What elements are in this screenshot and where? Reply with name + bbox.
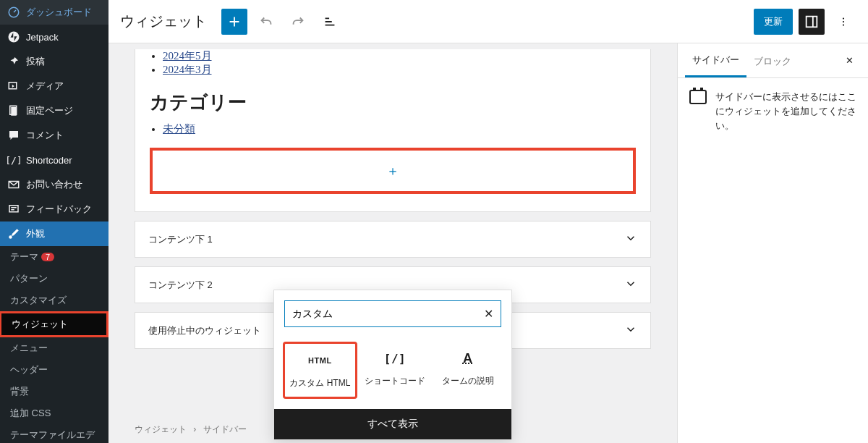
sidebar-sub-background[interactable]: 背景 xyxy=(0,381,109,402)
sidebar-sub-customize[interactable]: カスタマイズ xyxy=(0,290,109,311)
widget-area-icon xyxy=(689,90,707,104)
svg-point-1 xyxy=(9,32,20,43)
topbar: ウィジェット 更新 xyxy=(109,0,868,43)
editor-canvas: 2024年5月 2024年3月 カテゴリー 未分類 ＋ コンテンツ下 1 xyxy=(109,43,677,443)
chevron-down-icon xyxy=(624,232,637,247)
sidebar-sub-themes[interactable]: テーマ7 xyxy=(0,246,109,268)
comment-icon xyxy=(7,129,20,142)
sidebar-label: メディア xyxy=(26,80,64,93)
plus-icon: ＋ xyxy=(386,162,399,180)
sidebar-label: 固定ページ xyxy=(26,104,73,117)
options-menu-button[interactable] xyxy=(830,15,856,28)
sidebar-item-media[interactable]: メディア xyxy=(0,74,109,98)
sidebar-item-feedback[interactable]: フィードバック xyxy=(0,197,109,222)
shortcode-icon: [/] xyxy=(384,349,406,368)
mail-icon xyxy=(7,178,20,191)
sidebar-label: フィードバック xyxy=(26,203,92,216)
sidebar-sub-theme-editor[interactable]: テーマファイルエディ xyxy=(0,424,109,443)
sidebar-sub-menus[interactable]: メニュー xyxy=(0,337,109,359)
block-label: カスタム HTML xyxy=(289,377,350,389)
sidebar-label: 投稿 xyxy=(26,55,45,68)
chevron-down-icon xyxy=(624,277,637,292)
sidebar-item-pages[interactable]: 固定ページ xyxy=(0,98,109,123)
widget-area-label: 使用停止中のウィジェット xyxy=(148,324,261,337)
archive-link[interactable]: 2024年5月 xyxy=(163,50,212,62)
archive-list: 2024年5月 2024年3月 xyxy=(150,49,636,77)
block-item-shortcode[interactable]: [/] ショートコード xyxy=(360,342,430,399)
widget-area-toggle[interactable]: コンテンツ下 1 xyxy=(135,221,651,258)
sidebar-item-comments[interactable]: コメント xyxy=(0,123,109,148)
category-list: 未分類 xyxy=(150,122,636,136)
list-item: 未分類 xyxy=(163,122,636,136)
svg-point-9 xyxy=(843,17,844,19)
media-icon xyxy=(7,80,20,93)
block-label: タームの説明 xyxy=(442,375,494,387)
block-inserter-popover: ✕ HTML カスタム HTML [/] ショートコード A xyxy=(273,290,512,440)
widget-area-label: コンテンツ下 1 xyxy=(148,233,213,246)
sidebar-label: Jetpack xyxy=(26,32,59,43)
jetpack-icon xyxy=(7,30,20,43)
page-icon xyxy=(7,104,20,117)
term-icon: A xyxy=(463,349,473,368)
svg-point-10 xyxy=(843,20,844,22)
tab-widget-area[interactable]: サイドバー xyxy=(685,43,746,77)
widget-area-label: コンテンツ下 2 xyxy=(148,279,213,292)
sidebar-label: ダッシュボード xyxy=(26,6,92,19)
sidebar-item-appearance[interactable]: 外観 xyxy=(0,222,109,246)
archive-link[interactable]: 2024年3月 xyxy=(163,64,212,75)
feedback-icon xyxy=(7,203,20,216)
svg-point-11 xyxy=(843,24,844,25)
page-title: ウィジェット xyxy=(120,12,207,31)
chevron-down-icon xyxy=(624,323,637,338)
svg-rect-8 xyxy=(807,16,817,27)
sidebar-sub-css[interactable]: 追加 CSS xyxy=(0,402,109,424)
close-panel-button[interactable]: ✕ xyxy=(838,48,861,73)
dashboard-icon xyxy=(7,6,20,19)
sidebar-item-dashboard[interactable]: ダッシュボード xyxy=(0,0,109,25)
sidebar-label: お問い合わせ xyxy=(26,178,82,191)
sidebar-sub-widgets[interactable]: ウィジェット xyxy=(0,311,109,337)
shortcode-icon: [/] xyxy=(7,153,20,166)
breadcrumb-separator: › xyxy=(193,424,196,434)
add-block-appender[interactable]: ＋ xyxy=(150,148,636,194)
sidebar-item-jetpack[interactable]: Jetpack xyxy=(0,25,109,49)
block-item-custom-html[interactable]: HTML カスタム HTML xyxy=(283,342,357,399)
brush-icon xyxy=(7,227,20,240)
svg-point-7 xyxy=(9,235,12,239)
list-item: 2024年5月 xyxy=(163,49,636,63)
sidebar-label: コメント xyxy=(26,129,64,142)
clear-icon[interactable]: ✕ xyxy=(484,307,493,321)
inserter-search-input[interactable] xyxy=(292,308,484,320)
list-view-button[interactable] xyxy=(317,9,343,35)
pin-icon xyxy=(7,55,20,68)
sidebar-label: 外観 xyxy=(26,227,45,240)
update-button[interactable]: 更新 xyxy=(754,9,793,35)
breadcrumb-root[interactable]: ウィジェット xyxy=(135,424,187,434)
category-heading: カテゴリー xyxy=(150,90,636,115)
sidebar-label: Shortcoder xyxy=(26,155,72,166)
show-all-button[interactable]: すべて表示 xyxy=(274,409,511,439)
svg-rect-4 xyxy=(11,107,17,116)
html-icon: HTML xyxy=(308,351,332,370)
sidebar-item-shortcoder[interactable]: [/] Shortcoder xyxy=(0,148,109,172)
update-badge: 7 xyxy=(41,253,54,261)
sidebar-sub-header[interactable]: ヘッダー xyxy=(0,359,109,381)
block-item-term-description[interactable]: A タームの説明 xyxy=(433,342,503,399)
breadcrumb-current: サイドバー xyxy=(203,424,247,434)
list-item: 2024年3月 xyxy=(163,63,636,77)
add-block-button[interactable] xyxy=(221,9,247,35)
settings-toggle-button[interactable] xyxy=(799,9,825,35)
block-label: ショートコード xyxy=(365,375,425,387)
admin-sidebar: ダッシュボード Jetpack 投稿 メディア 固定ページ コメント [/] S… xyxy=(0,0,109,443)
sidebar-item-posts[interactable]: 投稿 xyxy=(0,49,109,74)
redo-button[interactable] xyxy=(285,9,311,35)
settings-panel: サイドバー ブロック ✕ サイドバーに表示させるにはここにウィジェットを追加して… xyxy=(677,43,868,443)
svg-rect-6 xyxy=(9,206,18,212)
undo-button[interactable] xyxy=(253,9,279,35)
inserter-search[interactable]: ✕ xyxy=(284,300,501,327)
category-link[interactable]: 未分類 xyxy=(163,123,195,135)
tab-block[interactable]: ブロック xyxy=(746,45,799,77)
settings-message: サイドバーに表示させるにはここにウィジェットを追加してください。 xyxy=(715,90,856,133)
sidebar-item-contact[interactable]: お問い合わせ xyxy=(0,172,109,197)
sidebar-sub-patterns[interactable]: パターン xyxy=(0,268,109,290)
